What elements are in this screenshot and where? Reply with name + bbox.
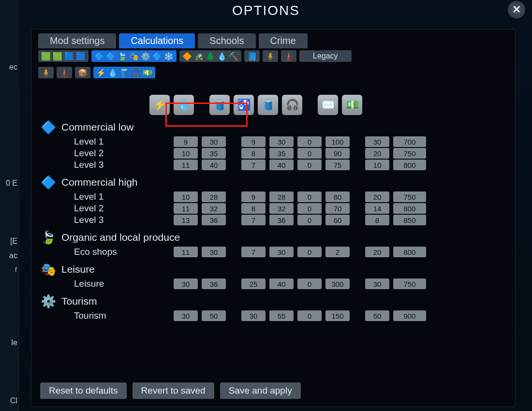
value-input-noise[interactable]: 100: [325, 136, 350, 147]
category-group-office[interactable]: 📘: [244, 50, 260, 62]
value-input-noise[interactable]: 150: [325, 310, 350, 321]
category-icon: 🍃: [40, 229, 57, 246]
save-and-apply-button[interactable]: Save and apply: [220, 382, 301, 399]
value-input-mail[interactable]: 30: [365, 136, 389, 147]
value-input-garbage[interactable]: 30: [269, 136, 294, 147]
value-input-pollution[interactable]: 0: [297, 247, 322, 257]
value-input-electricity[interactable]: 13: [174, 215, 198, 225]
value-input-garbage[interactable]: 30: [269, 247, 294, 257]
category-group-r2b[interactable]: 🗼: [57, 67, 72, 78]
category-group-r2d[interactable]: ⚡💧🛢️🎧💵: [93, 67, 155, 78]
category-group-unique[interactable]: 🧍: [263, 50, 278, 62]
value-input-sewage[interactable]: 7: [241, 215, 266, 225]
value-input-income[interactable]: 750: [393, 279, 426, 289]
value-input-water[interactable]: 36: [202, 279, 226, 289]
value-input-noise[interactable]: 75: [325, 160, 350, 170]
level-row: Level 3114074007510800: [40, 160, 515, 170]
value-input-sewage[interactable]: 25: [241, 279, 266, 289]
category-group-res-green[interactable]: 🟩🟩🟦🟦: [38, 50, 89, 62]
value-input-mail[interactable]: 50: [365, 310, 389, 321]
value-input-income[interactable]: 900: [393, 310, 426, 321]
value-input-income[interactable]: 800: [393, 160, 426, 170]
value-input-electricity[interactable]: 30: [174, 310, 198, 321]
value-input-electricity[interactable]: 11: [174, 203, 198, 214]
value-input-garbage[interactable]: 35: [269, 148, 294, 159]
value-input-sewage[interactable]: 9: [241, 136, 266, 147]
value-input-mail[interactable]: 20: [365, 247, 389, 257]
value-input-sewage[interactable]: 30: [241, 310, 266, 321]
options-title: OPTIONS: [0, 3, 532, 18]
value-input-income[interactable]: 750: [393, 148, 426, 159]
value-input-income[interactable]: 700: [393, 136, 426, 147]
close-button[interactable]: ✕: [508, 1, 525, 18]
value-input-pollution[interactable]: 0: [297, 310, 322, 321]
value-input-water[interactable]: 50: [202, 310, 226, 321]
level-label: Level 3: [40, 160, 174, 170]
value-input-electricity[interactable]: 10: [174, 148, 198, 159]
value-input-noise[interactable]: 90: [325, 148, 350, 159]
value-input-water[interactable]: 35: [202, 148, 226, 159]
value-input-income[interactable]: 750: [393, 191, 426, 202]
mini-icon: 🔷: [152, 51, 162, 61]
value-input-sewage[interactable]: 8: [241, 148, 266, 159]
value-input-pollution[interactable]: 0: [297, 279, 322, 289]
category-group-r2a[interactable]: 🧍: [38, 67, 54, 78]
tab-schools[interactable]: Schools: [198, 33, 255, 48]
tab-crime[interactable]: Crime: [259, 33, 308, 48]
value-input-garbage[interactable]: 28: [269, 191, 294, 202]
value-input-electricity[interactable]: 30: [174, 279, 198, 289]
category-group-monument[interactable]: 🗼: [281, 50, 296, 62]
value-input-noise[interactable]: 80: [325, 191, 350, 202]
revert-to-saved-button[interactable]: Revert to saved: [133, 382, 214, 399]
value-input-mail[interactable]: 30: [365, 279, 389, 289]
value-input-garbage[interactable]: 32: [269, 203, 294, 214]
value-input-pollution[interactable]: 0: [297, 148, 322, 159]
value-input-pollution[interactable]: 0: [297, 215, 322, 225]
value-input-income[interactable]: 800: [393, 247, 426, 257]
value-input-sewage[interactable]: 7: [241, 247, 266, 257]
value-input-noise[interactable]: 60: [325, 215, 350, 225]
value-input-water[interactable]: 36: [202, 215, 226, 225]
value-cells: 114074007510800: [174, 160, 426, 170]
value-input-garbage[interactable]: 40: [269, 160, 294, 170]
value-input-mail[interactable]: 10: [365, 160, 389, 170]
value-input-water[interactable]: 30: [202, 247, 226, 257]
tab-mod-settings[interactable]: Mod settings: [38, 33, 116, 48]
value-input-water[interactable]: 28: [202, 191, 226, 202]
reset-to-defaults-button[interactable]: Reset to defaults: [40, 382, 127, 399]
value-input-sewage[interactable]: 7: [241, 160, 266, 170]
value-input-garbage[interactable]: 36: [269, 215, 294, 225]
value-input-noise[interactable]: 2: [325, 247, 350, 257]
value-input-sewage[interactable]: 9: [241, 191, 266, 202]
category-name: Commercial high: [61, 176, 138, 188]
value-input-noise[interactable]: 300: [325, 279, 350, 289]
category-icon: 🎭: [40, 261, 57, 278]
value-input-garbage[interactable]: 55: [269, 310, 294, 321]
tab-calculations[interactable]: Calculations: [119, 33, 195, 48]
value-input-garbage[interactable]: 40: [269, 279, 294, 289]
value-input-water[interactable]: 32: [202, 203, 226, 214]
value-input-pollution[interactable]: 0: [297, 203, 322, 214]
value-input-sewage[interactable]: 8: [241, 203, 266, 214]
value-input-water[interactable]: 30: [202, 136, 226, 147]
value-input-mail[interactable]: 14: [365, 203, 389, 214]
value-input-noise[interactable]: 70: [325, 203, 350, 214]
value-input-mail[interactable]: 20: [365, 148, 389, 159]
value-input-electricity[interactable]: 11: [174, 247, 198, 257]
value-input-water[interactable]: 40: [202, 160, 226, 170]
value-input-pollution[interactable]: 0: [297, 136, 322, 147]
category-group-ind[interactable]: 🔶🚜🌲💧⛏️: [179, 50, 241, 62]
value-input-mail[interactable]: 8: [365, 215, 389, 225]
mini-icon: ⚡: [96, 68, 106, 77]
value-input-income[interactable]: 800: [393, 203, 426, 214]
category-group-r2c[interactable]: 📦: [75, 67, 90, 78]
value-input-mail[interactable]: 20: [365, 191, 389, 202]
value-input-income[interactable]: 850: [393, 215, 426, 225]
value-input-electricity[interactable]: 11: [174, 160, 198, 170]
legacy-button[interactable]: Legacy: [299, 50, 352, 62]
value-input-electricity[interactable]: 9: [174, 136, 198, 147]
value-input-pollution[interactable]: 0: [297, 191, 322, 202]
category-group-com-blue[interactable]: 🔷🔷🍃🎭⚙️🔷❄️: [91, 50, 177, 62]
value-input-electricity[interactable]: 10: [174, 191, 198, 202]
value-input-pollution[interactable]: 0: [297, 160, 322, 170]
